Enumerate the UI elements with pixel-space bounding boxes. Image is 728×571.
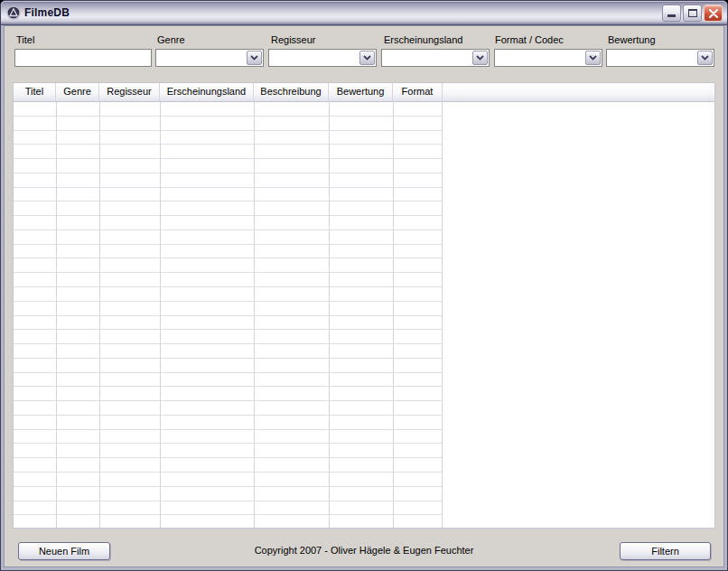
- chevron-down-icon[interactable]: [359, 51, 375, 65]
- bewertung-filter-dropdown[interactable]: [606, 49, 714, 67]
- table-gridline: [160, 102, 161, 528]
- table-gridline: [442, 102, 443, 528]
- window-controls: [662, 5, 723, 22]
- regisseur-filter-label: Regisseur: [271, 34, 316, 45]
- column-header-titel[interactable]: Titel: [14, 83, 56, 101]
- regisseur-filter-dropdown[interactable]: [268, 49, 377, 67]
- chevron-down-icon[interactable]: [472, 51, 488, 65]
- table-gridline: [393, 102, 394, 528]
- table-grid: [14, 102, 443, 528]
- client-area: Titel Genre Regisseur Erscheinungsland F…: [4, 25, 724, 567]
- table-gridline: [99, 102, 100, 528]
- chevron-down-icon[interactable]: [585, 51, 601, 65]
- close-icon: [708, 9, 719, 18]
- table-body[interactable]: [14, 102, 714, 528]
- table-gridline: [56, 102, 57, 528]
- column-header-bewertung[interactable]: Bewertung: [329, 83, 393, 101]
- titlebar[interactable]: FilmeDB: [1, 1, 727, 25]
- erscheinungsland-filter-dropdown[interactable]: [381, 49, 490, 67]
- titel-filter-label: Titel: [16, 34, 34, 45]
- titel-filter-input[interactable]: [14, 49, 152, 67]
- copyright-text: Copyright 2007 - Oliver Hägele & Eugen F…: [5, 545, 723, 556]
- table-header-row: Titel Genre Regisseur Erscheinungsland B…: [14, 83, 714, 102]
- column-header-regisseur[interactable]: Regisseur: [99, 83, 160, 101]
- close-button[interactable]: [704, 5, 723, 22]
- maximize-icon: [688, 9, 697, 17]
- table-gridline: [329, 102, 330, 528]
- format-codec-filter-label: Format / Codec: [495, 34, 564, 45]
- column-header-filler: [443, 83, 714, 101]
- filtern-button[interactable]: Filtern: [620, 542, 711, 560]
- minimize-icon: [667, 14, 676, 17]
- format-codec-filter-dropdown[interactable]: [494, 49, 602, 67]
- column-header-erscheinungsland[interactable]: Erscheinungsland: [160, 83, 254, 101]
- erscheinungsland-filter-label: Erscheinungsland: [384, 34, 462, 45]
- chevron-down-icon[interactable]: [697, 51, 713, 65]
- movies-table: Titel Genre Regisseur Erscheinungsland B…: [13, 82, 715, 529]
- column-header-format[interactable]: Format: [393, 83, 443, 101]
- genre-filter-label: Genre: [157, 34, 185, 45]
- genre-filter-dropdown[interactable]: [155, 49, 264, 67]
- app-window: FilmeDB Titel Genre Regisseur Erscheinun…: [0, 0, 728, 571]
- window-title: FilmeDB: [24, 6, 70, 19]
- maximize-button[interactable]: [683, 5, 702, 22]
- app-logo-icon: [6, 5, 21, 20]
- chevron-down-icon[interactable]: [247, 51, 262, 65]
- column-header-genre[interactable]: Genre: [56, 83, 99, 101]
- table-gridline: [254, 102, 255, 528]
- column-header-beschreibung[interactable]: Beschreibung: [254, 83, 329, 101]
- minimize-button[interactable]: [662, 5, 681, 22]
- bewertung-filter-label: Bewertung: [608, 34, 656, 45]
